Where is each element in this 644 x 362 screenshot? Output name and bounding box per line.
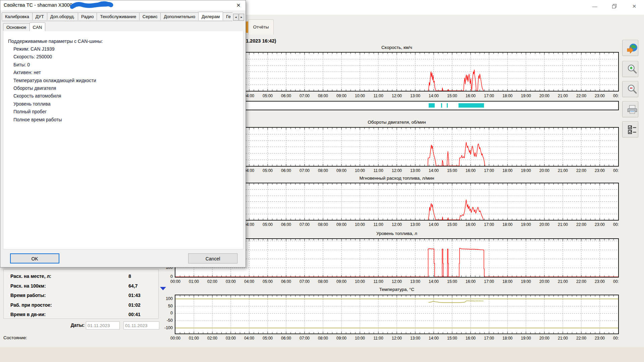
side-toolbar: [620, 15, 644, 347]
map-globe-button[interactable]: [622, 40, 638, 56]
fuel-level-x-tick-label: 01:00: [186, 279, 201, 284]
stat-label: Расх. на 100км:: [10, 283, 46, 289]
close-icon[interactable]: ✕: [627, 1, 642, 11]
fuel-rate-x-tick-label: 12:00: [389, 222, 404, 227]
cancel-button[interactable]: Cancel: [188, 253, 237, 263]
stat-row-3: Раб. при простое:01:02: [4, 300, 158, 310]
temperature-plot[interactable]: [175, 295, 619, 334]
fuel-rate-x-tick-label: 21:00: [555, 222, 570, 227]
zoom-out-icon: [626, 83, 638, 96]
dialog-tab-0[interactable]: Калибровка: [2, 12, 33, 20]
dates-label: Даты:: [57, 322, 85, 328]
state-label: Состояние:: [3, 335, 27, 340]
fuel-level-x-tick-label: 13:00: [408, 279, 423, 284]
temperature-x-tick-label: 20:00: [537, 336, 552, 341]
temperature-x-tick-label: 00:00: [611, 336, 619, 341]
rpm-x-tick-label: 14:00: [426, 168, 441, 173]
temperature-x-tick-label: 14:00: [426, 336, 441, 341]
fuel-level-y-tick-label: 0: [157, 274, 173, 279]
collapse-triangle-icon[interactable]: [160, 287, 166, 290]
speed-x-tick-label: 07:00: [297, 94, 312, 98]
fuel-rate-x-tick-label: 19:00: [519, 222, 533, 227]
fuel-rate-x-tick-label: 11:00: [371, 222, 386, 227]
date-from-input[interactable]: [86, 321, 120, 329]
inner-tab-can[interactable]: CAN: [30, 22, 45, 31]
fuel-level-x-tick-label: 19:00: [519, 279, 533, 284]
rpm-x-tick-label: 06:00: [279, 168, 293, 173]
checklist-button[interactable]: [622, 121, 638, 137]
fuel-rate-x-tick-label: 13:00: [408, 222, 423, 227]
temperature-x-tick-label: 17:00: [482, 336, 496, 341]
speed-x-tick-label: 05:00: [260, 94, 275, 98]
fuel-level-x-tick-label: 09:00: [334, 279, 349, 284]
fuel-rate-x-tick-label: 00:00: [611, 222, 619, 227]
fuel-level-x-tick-label: 06:00: [279, 279, 293, 284]
speed-x-tick-label: 00:00: [611, 94, 619, 98]
temperature-x-tick-label: 11:00: [371, 336, 386, 341]
temperature-x-tick-label: 19:00: [519, 336, 533, 341]
rpm-x-tick-label: 18:00: [500, 168, 515, 173]
speed-x-tick-label: 17:00: [482, 94, 496, 98]
dialog-tab-3[interactable]: Радио: [78, 12, 97, 20]
fuel-rate-x-tick-label: 14:00: [426, 222, 441, 227]
can-item-8: Полный пробег: [13, 109, 47, 114]
tab-scroll-left-button[interactable]: ◄: [233, 14, 238, 21]
rpm-x-tick-label: 23:00: [592, 168, 607, 173]
activity-segment-3: [459, 103, 484, 108]
zoom-in-button[interactable]: [622, 61, 638, 77]
inner-tab-основное[interactable]: Основное: [3, 23, 30, 31]
dialog-tab-1[interactable]: ДУТ: [32, 12, 47, 20]
rpm-x-tick-label: 15:00: [445, 168, 460, 173]
fuel-level-x-tick-label: 22:00: [574, 279, 589, 284]
fuel-level-x-tick-label: 10:00: [353, 279, 367, 284]
activity-segment-0: [429, 103, 435, 108]
can-tab-content: Поддерживаемые параметры с CAN-шины: Реж…: [3, 31, 244, 249]
fuel-level-x-tick-label: 14:00: [426, 279, 441, 284]
stat-label: Время в дв-ии:: [10, 312, 46, 317]
can-item-1: Скорость: 250000: [13, 54, 52, 59]
speed-x-tick-label: 08:00: [316, 94, 330, 98]
date-to-input[interactable]: [123, 321, 159, 329]
temperature-x-tick-label: 12:00: [389, 336, 404, 341]
dialog-titlebar: Свойства ТС - shacman X3000 (8 ✕: [0, 0, 246, 10]
dialog-tab-4[interactable]: Техобслуживание: [97, 12, 139, 20]
dialog-close-icon[interactable]: ✕: [235, 2, 242, 9]
stat-row-4: Время в дв-ии:00:41: [4, 310, 158, 320]
dialog-tab-6[interactable]: Дополнительно: [160, 12, 199, 20]
can-item-7: Уровень топлива: [13, 101, 51, 107]
dates-row: Даты:: [0, 321, 160, 330]
dialog-tab-5[interactable]: Сервис: [139, 12, 161, 20]
fuel-level-x-tick-label: 04:00: [242, 279, 257, 284]
dialog-tab-2[interactable]: Доп.оборуд.: [47, 12, 78, 20]
activity-segment-1: [441, 103, 442, 108]
print-icon: [626, 104, 638, 116]
zoom-out-button[interactable]: [622, 81, 638, 97]
redaction-scribble: [70, 0, 114, 10]
fuel-rate-x-tick-label: 20:00: [537, 222, 552, 227]
temperature-x-tick-label: 01:00: [186, 336, 201, 341]
fuel-rate-x-tick-label: 05:00: [260, 222, 275, 227]
tab-scroll-right-button[interactable]: ►: [239, 14, 244, 21]
can-item-2: Биты: 0: [13, 62, 30, 67]
ok-button[interactable]: OK: [10, 253, 59, 263]
rpm-x-tick-label: 00:00: [611, 168, 619, 173]
dialog-tab-8[interactable]: Ге: [223, 12, 232, 20]
print-button[interactable]: [622, 101, 638, 117]
rpm-x-tick-label: 17:00: [482, 168, 496, 173]
temperature-x-tick-label: 06:00: [279, 336, 293, 341]
fuel-level-x-tick-label: 08:00: [316, 279, 330, 284]
temperature-x-tick-label: 08:00: [316, 336, 330, 341]
dialog-tab-7[interactable]: Дилерам: [198, 12, 223, 20]
speed-x-tick-label: 09:00: [334, 94, 349, 98]
trip-stats-panel: Расх. на месте, л:8Расх. на 100км:64,7Вр…: [3, 269, 159, 319]
dialog-title: Свойства ТС - shacman X3000 (8: [4, 2, 78, 8]
fuel-level-x-tick-label: 02:00: [205, 279, 220, 284]
fuel-level-x-tick-label: 23:00: [592, 279, 607, 284]
fuel-level-x-tick-label: 07:00: [297, 279, 312, 284]
tab-reports[interactable]: Отчёты: [248, 19, 274, 35]
speed-x-tick-label: 06:00: [279, 94, 293, 98]
temperature-chart-title: Температура, °C: [175, 287, 618, 292]
speed-x-tick-label: 15:00: [445, 94, 460, 98]
stat-value: 01:02: [128, 302, 141, 308]
can-item-9: Полное время работы: [13, 117, 62, 122]
